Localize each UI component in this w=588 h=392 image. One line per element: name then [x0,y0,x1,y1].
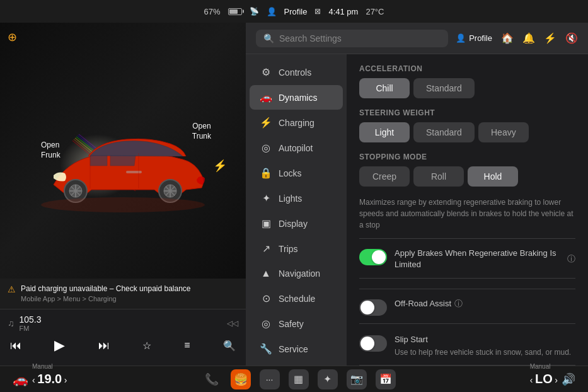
apply-brakes-toggle[interactable] [359,249,387,265]
nav-label-dynamics: Dynamics [279,93,317,103]
music-note-icon: ♫ [8,318,14,328]
stopping-hold-button[interactable]: Hold [468,166,518,187]
music-volume: ◁◁ [227,319,238,328]
grid-button[interactable]: ▦ [289,369,309,389]
temperature-display: 27°C [366,7,384,16]
divider-1 [359,238,575,239]
lights-icon: ✦ [260,192,272,204]
stopping-roll-button[interactable]: Roll [413,166,464,187]
car-seat-icon: 🚗 [13,372,28,387]
locks-icon: 🔒 [260,167,272,179]
profile-person-icon: 👤 [456,33,466,43]
status-bar: 67% 📡 👤 Profile ⊠ 4:41 pm 27°C [0,0,588,23]
equalizer-button[interactable]: ≡ [184,340,190,351]
apply-brakes-info-icon[interactable]: ⓘ [567,253,575,265]
dock-left: 🚗 Manual ‹ 19.0 › [13,372,67,387]
left-panel: ⊕ [0,23,246,366]
off-road-title: Off-Road Assist ⓘ [395,298,575,309]
nav-label-controls: Controls [279,67,311,78]
music-controls: ⏮ ▶ ⏭ ☆ ≡ 🔍 [8,337,238,354]
nav-item-autopilot[interactable]: ◎ Autopilot [250,135,343,160]
trips-icon: ↗ [260,243,272,255]
nav-item-navigation[interactable]: ▲ Navigation [250,262,343,285]
battery-icon [228,8,242,15]
search-box[interactable]: 🔍 Search Settings [256,30,448,47]
volume-icon[interactable]: 🔊 [562,372,575,386]
nav-item-trips[interactable]: ↗ Trips [250,236,343,261]
off-road-info-icon[interactable]: ⓘ [454,298,463,309]
nav-label-schedule: Schedule [279,294,315,304]
nav-item-lights[interactable]: ✦ Lights [250,186,343,210]
divider-2 [359,289,575,289]
header-icons: 👤 Profile 🏠 🔔 ⚡ 🔇 [456,32,578,44]
apply-brakes-title: Apply Brakes When Regenerative Braking I… [395,248,575,270]
steering-light-button[interactable]: Light [359,122,410,142]
nav-item-safety[interactable]: ◎ Safety [250,311,343,336]
play-button[interactable]: ▶ [54,337,65,354]
steering-standard-button[interactable]: Standard [413,122,475,142]
settings-header: 🔍 Search Settings 👤 Profile 🏠 🔔 ⚡ 🔇 [246,23,588,54]
more-button[interactable]: ··· [260,369,280,389]
right-temp-display: LO [535,372,553,386]
nav-label-service: Service [279,344,308,354]
left-manual-label: Manual [32,363,53,370]
slip-start-toggle[interactable] [359,335,387,352]
camera-button[interactable]: 📷 [347,369,367,389]
slip-start-info: Slip Start Use to help free vehicle stuc… [395,334,575,357]
music-station: 105.3 [20,314,42,325]
prev-track-button[interactable]: ⏮ [10,339,21,352]
content-area: Acceleration Chill Standard Steering Wei… [347,54,588,366]
slip-start-sub: Use to help free vehicle stuck in snow, … [395,347,575,358]
alert-title: Paid charging unavailable – Check unpaid… [21,284,191,294]
display-icon: ▣ [260,217,272,229]
search-placeholder: Search Settings [279,33,342,43]
nav-item-dynamics[interactable]: 🚗 Dynamics [250,85,343,110]
nav-label-autopilot: Autopilot [279,143,313,153]
service-icon: 🔧 [260,343,272,355]
nav-label-charging: Charging [279,118,314,128]
stopping-mode-label: Stopping Mode [359,153,575,161]
controls-icon: ⚙ [260,66,272,78]
open-frunk-label[interactable]: Open Frunk [41,141,61,160]
nav-item-schedule[interactable]: ⊙ Schedule [250,286,343,311]
slip-start-title: Slip Start [395,334,575,345]
dock-right-temp-area: Manual ‹ LO › [530,372,558,386]
nav-item-service[interactable]: 🔧 Service [250,337,343,361]
phone-button[interactable]: 📞 [202,369,222,389]
car-svg-container: Open Frunk OpenTrunk ⚡ [16,103,230,229]
profile-label[interactable]: Profile [284,7,308,16]
search-music-button[interactable]: 🔍 [223,340,236,352]
nav-item-display[interactable]: ▣ Display [250,211,343,236]
acceleration-chill-button[interactable]: Chill [359,78,410,98]
music-info: ♫ 105.3 FM ◁◁ [8,314,238,332]
nav-item-controls[interactable]: ⚙ Controls [250,60,343,84]
right-manual-label: Manual [530,363,551,370]
toggle-row-apply-brakes: Apply Brakes When Regenerative Braking I… [359,248,575,279]
steering-heavy-button[interactable]: Heavy [478,122,529,142]
acceleration-standard-button[interactable]: Standard [413,78,475,98]
bluetooth-icon[interactable]: ⚡ [544,32,556,44]
bell-icon[interactable]: 🔔 [522,32,535,44]
open-trunk-label[interactable]: OpenTrunk [192,122,211,141]
stopping-creep-button[interactable]: Creep [359,166,410,187]
favorite-button[interactable]: ☆ [142,340,151,352]
off-road-toggle[interactable] [359,299,387,316]
calendar-button[interactable]: 📅 [376,369,396,389]
nav-item-charging[interactable]: ⚡ Charging [250,110,343,135]
nav-item-locks[interactable]: 🔒 Locks [250,161,343,185]
toggle-row-off-road: Off-Road Assist ⓘ [359,298,575,324]
header-profile[interactable]: 👤 Profile [456,33,492,43]
stopping-options: Creep Roll Hold [359,166,575,187]
audio-off-icon[interactable]: 🔇 [565,32,578,44]
next-track-button[interactable]: ⏭ [98,339,110,352]
home-icon[interactable]: 🏠 [501,32,514,44]
stopping-description: Maximizes range by extending regenerativ… [359,197,575,231]
off-road-info: Off-Road Assist ⓘ [395,298,575,309]
star-button[interactable]: ✦ [318,369,338,389]
autopilot-icon: ◎ [260,142,272,154]
time-display: 4:41 pm [328,7,358,16]
acceleration-label: Acceleration [359,64,575,73]
nav-label-safety: Safety [279,319,304,329]
menu-button[interactable]: 🍔 [231,369,251,389]
music-type: FM [20,325,42,332]
